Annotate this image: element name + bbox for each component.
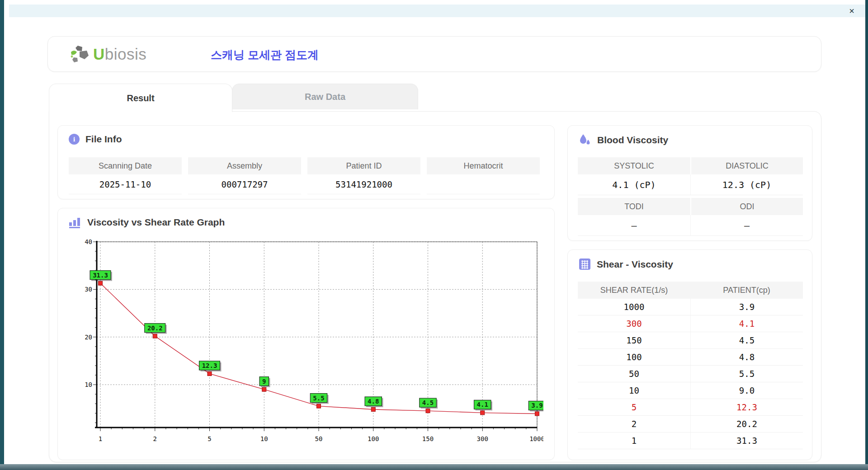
svg-text:10: 10 — [260, 435, 268, 442]
svg-text:12.3: 12.3 — [202, 362, 217, 369]
file-field-label: Hematocrit — [427, 157, 540, 174]
file-field: Scanning Date2025-11-10 — [69, 157, 182, 194]
file-field-value — [427, 174, 540, 194]
bv-value-cell: 4.1 (cP) — [578, 174, 690, 195]
file-field-label: Patient ID — [307, 157, 420, 174]
sv-table-cell: 12.3 — [690, 399, 803, 415]
blood-drops-icon — [579, 134, 591, 146]
sv-table-cell: 31.3 — [690, 432, 803, 449]
file-field: Hematocrit — [427, 157, 540, 194]
sv-table-cell: 10 — [578, 382, 690, 399]
close-icon[interactable]: × — [846, 5, 857, 16]
tab-raw-data[interactable]: Raw Data — [232, 84, 418, 109]
sv-column-header: SHEAR RATE(1/s) — [578, 282, 690, 299]
sv-table-cell: 300 — [578, 315, 690, 332]
calculator-grid-icon — [579, 258, 591, 270]
svg-text:100: 100 — [368, 435, 379, 442]
sv-table-row: 1004.8 — [578, 349, 803, 366]
systolic-diastolic-table: SYSTOLICDIASTOLIC4.1 (cP)12.3 (cP) — [578, 157, 803, 195]
file-info-title: File Info — [85, 134, 122, 145]
sv-table-cell: 20.2 — [690, 416, 803, 432]
file-field: Patient ID53141921000 — [307, 157, 420, 194]
sv-column-header: PATIENT(cp) — [690, 282, 803, 299]
main-panel: i File Info Scanning Date2025-11-10Assem… — [49, 111, 821, 462]
sv-table-row: 3004.1 — [578, 315, 803, 332]
graph-title: Viscosity vs Shear Rate Graph — [87, 217, 225, 228]
sv-table-row: 10003.9 — [578, 299, 803, 315]
blood-viscosity-title: Blood Viscosity — [597, 135, 668, 146]
bar-chart-icon — [69, 216, 81, 228]
file-field-value: 2025-11-10 — [69, 174, 182, 194]
bv-header-row: TODIODI — [578, 198, 803, 215]
svg-text:9: 9 — [262, 378, 266, 385]
file-field-value: 53141921000 — [307, 174, 420, 194]
titlebar: × — [9, 5, 865, 17]
bv-value-cell: 12.3 (cP) — [690, 174, 803, 195]
shear-viscosity-table-body: 10003.93004.11504.51004.8505.5109.0512.3… — [578, 299, 803, 449]
bv-header-cell: SYSTOLIC — [578, 157, 690, 174]
sv-table-row: 109.0 — [578, 382, 803, 399]
file-field-label: Scanning Date — [69, 157, 182, 174]
sv-table-row: 220.2 — [578, 416, 803, 432]
logo-text: Ubiosis — [93, 45, 146, 63]
bv-header-row: SYSTOLICDIASTOLIC — [578, 157, 803, 174]
bv-header-cell: DIASTOLIC — [690, 157, 803, 174]
tab-result[interactable]: Result — [49, 84, 232, 112]
svg-text:20: 20 — [85, 334, 92, 341]
window-bottom-edge — [0, 464, 868, 470]
svg-text:1: 1 — [99, 435, 102, 442]
svg-text:10: 10 — [85, 381, 92, 388]
sv-table-cell: 3.9 — [690, 299, 803, 315]
svg-text:40: 40 — [85, 238, 92, 245]
svg-text:30: 30 — [85, 286, 92, 293]
svg-text:1000: 1000 — [529, 435, 543, 442]
svg-text:5: 5 — [208, 435, 211, 442]
bv-value-cell: – — [578, 215, 690, 236]
window-right-edge — [865, 0, 868, 470]
sv-table-cell: 4.1 — [690, 315, 803, 332]
svg-text:4.8: 4.8 — [368, 398, 379, 405]
bv-header-cell: ODI — [690, 198, 803, 215]
blood-viscosity-card: Blood Viscosity SYSTOLICDIASTOLIC4.1 (cP… — [567, 125, 812, 241]
sv-table-cell: 100 — [578, 349, 690, 365]
viscosity-shear-rate-chart: 102030401251050100150300100031.320.212.3… — [71, 235, 543, 455]
sv-table-row: 131.3 — [578, 432, 803, 449]
file-field-value: 000717297 — [188, 174, 301, 194]
sv-table-row: 1504.5 — [578, 332, 803, 349]
sv-table-cell: 50 — [578, 366, 690, 382]
ubiosis-leaf-icon — [70, 45, 90, 64]
svg-text:3.9: 3.9 — [531, 402, 542, 409]
sv-table-cell: 4.8 — [690, 349, 803, 365]
file-info-card: i File Info Scanning Date2025-11-10Assem… — [57, 125, 555, 199]
shear-viscosity-table-header: SHEAR RATE(1/s)PATIENT(cp) — [578, 282, 803, 299]
file-field: Assembly000717297 — [188, 157, 301, 194]
sv-table-cell: 1000 — [578, 299, 690, 315]
sv-table-cell: 1 — [578, 432, 690, 449]
svg-text:4.1: 4.1 — [477, 401, 488, 408]
file-info-fields: Scanning Date2025-11-10Assembly000717297… — [69, 157, 540, 194]
sv-table-cell: 5 — [578, 399, 690, 415]
svg-text:50: 50 — [315, 435, 323, 442]
bv-value-cell: – — [690, 215, 803, 236]
shear-viscosity-table: SHEAR RATE(1/s)PATIENT(cp) 10003.93004.1… — [578, 282, 803, 449]
shear-viscosity-card: Shear - Viscosity SHEAR RATE(1/s)PATIENT… — [567, 249, 812, 460]
header-card: Ubiosis 스캐닝 모세관 점도계 — [47, 36, 821, 72]
todi-odi-table: TODIODI–– — [578, 198, 803, 236]
svg-text:2: 2 — [153, 435, 157, 442]
svg-text:300: 300 — [477, 435, 488, 442]
sv-table-cell: 2 — [578, 416, 690, 432]
svg-text:31.3: 31.3 — [93, 272, 108, 279]
svg-text:20.2: 20.2 — [147, 324, 163, 332]
logo: Ubiosis — [70, 45, 146, 64]
sv-table-cell: 9.0 — [690, 382, 803, 399]
svg-text:4.5: 4.5 — [422, 399, 434, 406]
shear-viscosity-title: Shear - Viscosity — [597, 259, 673, 270]
page-title: 스캐닝 모세관 점도계 — [211, 47, 319, 62]
bv-value-row: 4.1 (cP)12.3 (cP) — [578, 174, 803, 195]
sv-table-cell: 5.5 — [690, 366, 803, 382]
svg-text:150: 150 — [422, 435, 434, 442]
graph-card: Viscosity vs Shear Rate Graph 1020304012… — [57, 208, 555, 460]
bv-header-cell: TODI — [578, 198, 690, 215]
info-icon: i — [69, 134, 80, 145]
bv-value-row: –– — [578, 215, 803, 236]
